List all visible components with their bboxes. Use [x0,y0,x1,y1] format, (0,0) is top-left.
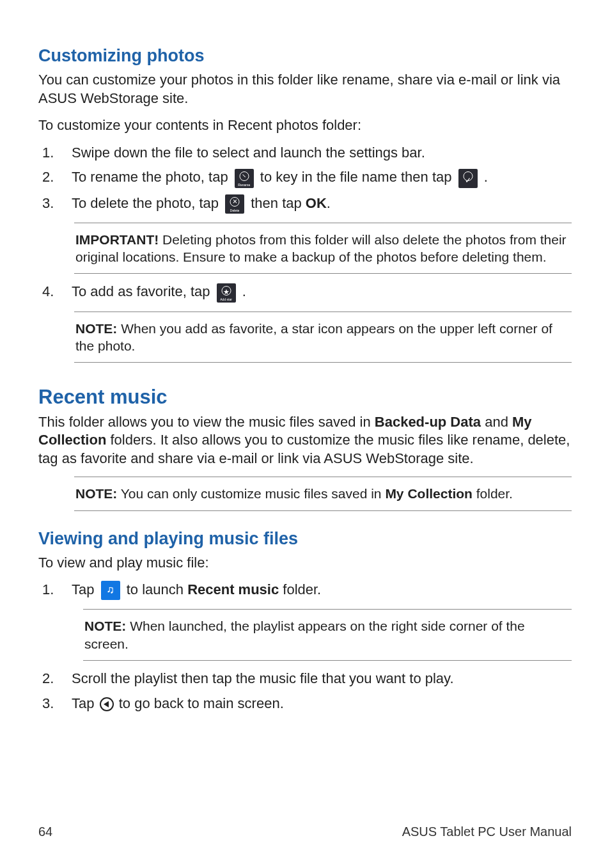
step-1: 1. Swipe down the file to select and lau… [38,144,572,162]
note-body: When launched, the playlist appears on t… [84,619,525,651]
step-number: 2. [38,670,54,688]
step-4: 4. To add as favorite, tap Add star . [38,283,572,302]
step-3: 3. To delete the photo, tap Delete then … [38,194,572,214]
step-number: 2. [38,168,54,187]
heading-customizing-photos: Customizing photos [38,45,572,67]
step-body: Tap to launch Recent music folder. [72,581,572,600]
text: To delete the photo, tap [72,195,223,211]
page-footer: 64 ASUS Tablet PC User Manual [38,823,572,840]
note-body: When you add as favorite, a star icon ap… [75,321,552,353]
text: . [242,283,246,299]
step-body: Scroll the playlist then tap the music f… [72,670,572,688]
text: to go back to main screen. [119,695,284,711]
note-my-collection: NOTE: You can only customize music files… [74,477,572,510]
bold-text: Backed-up Data [375,414,481,430]
rename-icon[interactable]: Rename [235,169,254,188]
delete-icon[interactable]: Delete [225,194,244,214]
add-star-icon[interactable]: Add star [217,283,236,303]
note-lead: NOTE: [84,619,126,633]
text: Tap [72,695,98,711]
back-icon[interactable] [100,697,114,711]
text: and [481,414,512,430]
text: . [484,169,488,185]
steps-viewing: 1. Tap to launch Recent music folder. [38,581,572,600]
text: folders. It also allows you to customize… [38,432,570,466]
icon-label: Delete [225,209,244,213]
step-number: 1. [38,144,54,162]
step-number: 1. [38,581,54,600]
text: Tap [72,581,98,597]
step-1-music: 1. Tap to launch Recent music folder. [38,581,572,600]
text: then tap [251,195,306,211]
icon-label: Rename [235,183,254,187]
text: You can only customize music files saved… [117,486,385,501]
note-playlist: NOTE: When launched, the playlist appear… [83,609,572,661]
steps-viewing-cont: 2. Scroll the playlist then tap the musi… [38,670,572,713]
step-body: To add as favorite, tap Add star . [72,283,572,302]
step-3-music: 3. Tap to go back to main screen. [38,695,572,713]
manual-title: ASUS Tablet PC User Manual [402,823,572,840]
text: This folder allows you to view the music… [38,414,375,430]
important-box: IMPORTANT! Deleting photos from this fol… [74,223,572,274]
text: to key in the file name then tap [260,169,456,185]
ok-label: OK [306,195,327,211]
note-lead: NOTE: [75,486,117,501]
heading-recent-music: Recent music [38,384,572,410]
intro-customizing: You can customize your photos in this fo… [38,71,572,107]
music-folder-icon[interactable] [101,581,120,600]
bold-text: My Collection [385,486,473,501]
page-number: 64 [38,823,52,840]
heading-viewing-music: Viewing and playing music files [38,528,572,550]
text: folder. [473,486,513,501]
step-body: To rename the photo, tap Rename to key i… [72,168,572,187]
step-number: 3. [38,194,54,214]
text: to launch [127,581,187,597]
lead-customizing: To customize your contents in Recent pho… [38,116,572,135]
text: . [327,195,331,211]
text: folder. [279,581,321,597]
bold-text: Recent music [187,581,279,597]
step-body: Tap to go back to main screen. [72,695,572,713]
confirm-icon[interactable] [458,169,478,188]
step-2: 2. To rename the photo, tap Rename to ke… [38,168,572,187]
steps-customizing: 1. Swipe down the file to select and lau… [38,144,572,214]
step-body: Swipe down the file to select and launch… [72,144,572,162]
steps-customizing-cont: 4. To add as favorite, tap Add star . [38,283,572,302]
step-number: 3. [38,695,54,713]
note-lead: NOTE: [75,321,117,336]
note-favorite: NOTE: When you add as favorite, a star i… [74,312,572,363]
text: To rename the photo, tap [72,169,232,185]
step-number: 4. [38,283,54,302]
lead-viewing-music: To view and play music file: [38,554,572,572]
step-body: To delete the photo, tap Delete then tap… [72,194,572,214]
intro-recent-music: This folder allows you to view the music… [38,413,572,468]
important-lead: IMPORTANT! [75,232,159,247]
step-2-music: 2. Scroll the playlist then tap the musi… [38,670,572,688]
icon-label: Add star [217,297,236,302]
text: To add as favorite, tap [72,283,214,299]
